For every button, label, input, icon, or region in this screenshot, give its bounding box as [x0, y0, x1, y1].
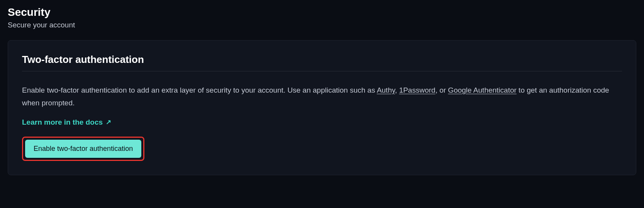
two-factor-card: Two-factor authentication Enable two-fac…	[8, 40, 636, 175]
docs-link-label: Learn more in the docs	[22, 118, 103, 127]
docs-link[interactable]: Learn more in the docs ↗	[22, 118, 111, 127]
card-description: Enable two-factor authentication to add …	[22, 84, 622, 110]
google-authenticator-link[interactable]: Google Authenticator	[448, 86, 516, 94]
authy-link[interactable]: Authy	[377, 86, 395, 94]
description-separator: ,	[395, 86, 399, 94]
description-text: Enable two-factor authentication to add …	[22, 86, 377, 94]
onepassword-link[interactable]: 1Password	[399, 86, 436, 94]
enable-2fa-button[interactable]: Enable two-factor authentication	[25, 140, 141, 158]
description-separator: , or	[436, 86, 448, 94]
page-subtitle: Secure your account	[8, 21, 636, 29]
card-title: Two-factor authentication	[22, 54, 622, 71]
page-title: Security	[8, 6, 636, 19]
highlight-annotation: Enable two-factor authentication	[22, 137, 144, 161]
external-link-icon: ↗	[106, 119, 111, 125]
